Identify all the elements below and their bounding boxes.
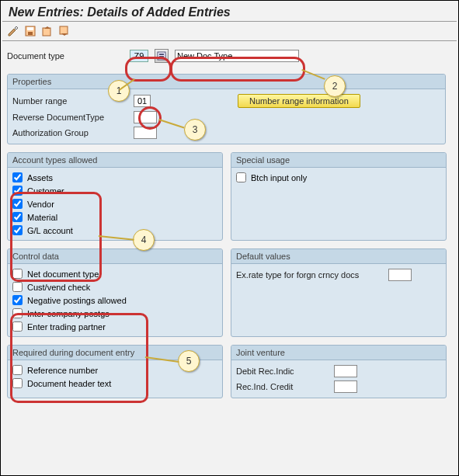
special-usage-group: Special usage Btch input only — [231, 152, 447, 241]
list-item: Document header text — [12, 377, 217, 390]
list-item: Btch input only — [236, 171, 441, 184]
save-icon[interactable] — [24, 25, 37, 37]
required-entry-group: Required during document entry Reference… — [7, 345, 223, 398]
auth-group-input[interactable] — [134, 127, 157, 139]
required-entry-checkbox[interactable] — [12, 365, 23, 375]
svg-rect-4 — [60, 26, 68, 34]
list-item: Negative postings allowed — [12, 294, 217, 307]
control-data-checkbox[interactable] — [12, 282, 23, 292]
joint-venture-group: Joint venture Debit Rec.Indic Rec.Ind. C… — [231, 345, 447, 398]
list-item: Vendor — [12, 197, 217, 210]
account-type-checkbox[interactable] — [12, 212, 23, 222]
control-data-label: Inter-company postgs — [27, 309, 217, 318]
account-type-checkbox[interactable] — [12, 172, 23, 182]
control-data-label: Negative postings allowed — [27, 296, 217, 305]
required-entry-label: Reference number — [27, 366, 217, 375]
svg-rect-6 — [159, 54, 164, 55]
special-usage-checkbox[interactable] — [236, 172, 246, 182]
svg-rect-7 — [159, 56, 164, 57]
ex-rate-input[interactable] — [388, 269, 412, 281]
account-type-label: Vendor — [27, 200, 217, 209]
f4-help-icon[interactable] — [155, 49, 169, 63]
account-type-checkbox[interactable] — [12, 186, 23, 196]
page-title: New Entries: Details of Added Entries — [1, 1, 458, 21]
list-item: Enter trading partner — [12, 320, 217, 333]
control-data-label: Cust/vend check — [27, 283, 217, 292]
account-types-group: Account types allowed AssetsCustomerVend… — [7, 152, 223, 241]
svg-rect-2 — [28, 32, 33, 35]
control-data-title: Control data — [8, 249, 222, 264]
account-type-label: G/L account — [27, 226, 217, 235]
control-data-checkbox[interactable] — [12, 269, 23, 279]
list-item: Assets — [12, 171, 217, 184]
properties-title: Properties — [8, 75, 445, 89]
required-entry-title: Required during document entry — [8, 346, 222, 360]
account-types-title: Account types allowed — [8, 153, 222, 168]
list-item: Cust/vend check — [12, 280, 217, 294]
change-icon[interactable] — [7, 25, 19, 37]
prev-icon[interactable] — [41, 25, 54, 37]
svg-rect-1 — [27, 27, 33, 30]
next-icon[interactable] — [58, 25, 71, 37]
default-values-title: Default values — [231, 249, 446, 264]
doc-type-desc-input[interactable] — [175, 50, 299, 62]
list-item: Reference number — [12, 363, 217, 377]
debit-rec-label: Debit Rec.Indic — [236, 367, 329, 376]
required-entry-checkbox[interactable] — [12, 378, 23, 388]
number-range-info-button[interactable]: Number range information — [238, 94, 360, 108]
default-values-group: Default values Ex.rate type for forgn cr… — [231, 248, 447, 337]
number-range-input[interactable] — [134, 95, 151, 107]
credit-rec-input[interactable] — [334, 380, 357, 393]
list-item: Net document type — [12, 267, 217, 280]
auth-group-label: Authorization Group — [12, 128, 129, 137]
control-data-group: Control data Net document typeCust/vend … — [7, 248, 223, 337]
account-type-checkbox[interactable] — [12, 225, 23, 235]
debit-rec-input[interactable] — [334, 365, 357, 377]
joint-venture-title: Joint venture — [231, 346, 446, 360]
control-data-checkbox[interactable] — [12, 295, 23, 305]
special-usage-label: Btch input only — [251, 173, 441, 182]
svg-rect-3 — [43, 28, 50, 36]
list-item: Inter-company postgs — [12, 307, 217, 320]
control-data-label: Net document type — [27, 269, 217, 279]
account-type-label: Assets — [27, 173, 217, 182]
credit-rec-label: Rec.Ind. Credit — [236, 382, 329, 391]
special-usage-title: Special usage — [231, 153, 446, 168]
doc-type-input[interactable] — [130, 50, 148, 62]
account-type-label: Material — [27, 213, 217, 222]
control-data-checkbox[interactable] — [12, 308, 23, 318]
control-data-checkbox[interactable] — [12, 321, 23, 332]
control-data-label: Enter trading partner — [27, 322, 217, 332]
list-item: Material — [12, 210, 217, 224]
toolbar — [1, 22, 458, 40]
required-entry-label: Document header text — [27, 379, 217, 388]
number-range-label: Number range — [12, 96, 129, 106]
doc-type-label: Document type — [7, 51, 123, 61]
account-type-label: Customer — [27, 186, 217, 196]
reverse-doc-type-input[interactable] — [134, 111, 157, 123]
list-item: G/L account — [12, 224, 217, 237]
reverse-doc-type-label: Reverse DocumentType — [12, 113, 129, 122]
list-item: Customer — [12, 184, 217, 197]
doc-type-row: Document type — [1, 47, 458, 64]
properties-group: Properties Number range Number range inf… — [7, 74, 446, 144]
ex-rate-label: Ex.rate type for forgn crncy docs — [236, 270, 384, 280]
account-type-checkbox[interactable] — [12, 199, 23, 209]
